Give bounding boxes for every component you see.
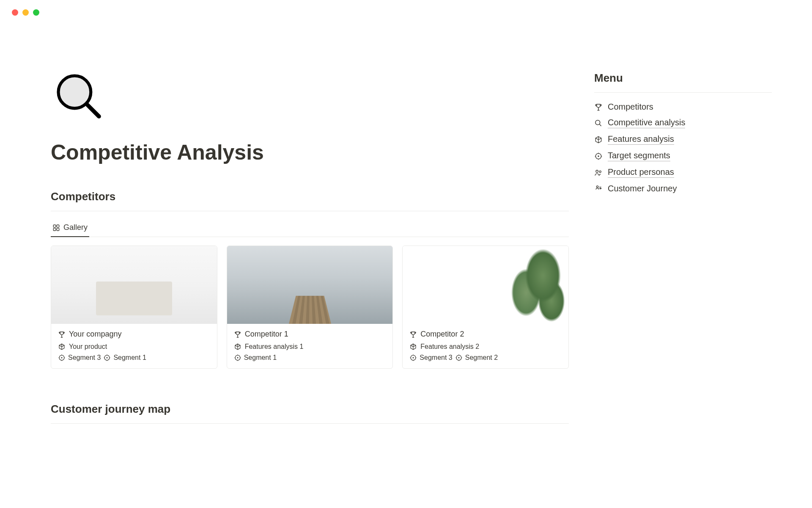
card-title: Competitor 2: [420, 330, 464, 339]
menu-item-customer-journey[interactable]: Customer Journey: [594, 184, 772, 193]
tab-label: Gallery: [63, 223, 88, 232]
menu-item-competitive-analysis[interactable]: Competitive analysis: [594, 118, 772, 128]
section-divider: [51, 423, 569, 424]
cube-icon: [594, 135, 603, 144]
window-close-icon[interactable]: [12, 9, 18, 16]
card-cover-image: [403, 246, 568, 324]
card-segment: Segment 2: [465, 354, 498, 362]
section-divider: [51, 211, 569, 211]
trophy-icon: [594, 103, 603, 111]
journey-icon: [594, 185, 603, 193]
gallery-card-your-company[interactable]: Your compagny Your product Segment 3: [51, 246, 217, 369]
window-maximize-icon[interactable]: [33, 9, 39, 16]
target-icon: [234, 354, 241, 362]
sidebar-menu: Menu CompetitorsCompetitive analysisFeat…: [594, 71, 772, 432]
card-segment: Segment 1: [244, 354, 277, 362]
gallery-card-competitor-1[interactable]: Competitor 1 Features analysis 1 Segment…: [227, 246, 393, 369]
page-icon[interactable]: [53, 71, 569, 123]
window-minimize-icon[interactable]: [22, 9, 29, 16]
card-segment: Segment 3: [420, 354, 452, 362]
cube-icon: [409, 343, 417, 351]
gallery-grid: Your compagny Your product Segment 3: [51, 246, 569, 369]
page-title: Competitive Analysis: [51, 140, 569, 165]
card-feature: Your product: [69, 343, 107, 351]
menu-item-product-personas[interactable]: Product personas: [594, 167, 772, 178]
magnifier-icon: [594, 119, 603, 127]
gallery-card-competitor-2[interactable]: Competitor 2 Features analysis 2 Segment…: [402, 246, 569, 369]
card-segment: Segment 1: [113, 354, 146, 362]
card-cover-image: [51, 246, 217, 324]
journey-heading: Customer journey map: [51, 403, 569, 416]
menu-item-features-analysis[interactable]: Features analysis: [594, 134, 772, 145]
menu-item-target-segments[interactable]: Target segments: [594, 151, 772, 161]
menu-item-label: Competitors: [608, 102, 653, 112]
card-segment: Segment 3: [68, 354, 101, 362]
card-title: Your compagny: [69, 330, 121, 339]
card-title: Competitor 1: [245, 330, 288, 339]
competitors-heading: Competitors: [51, 190, 569, 203]
trophy-icon: [234, 331, 241, 338]
people-icon: [594, 168, 603, 177]
card-feature: Features analysis 1: [245, 343, 304, 351]
target-icon: [103, 354, 111, 362]
target-icon: [455, 354, 463, 362]
trophy-icon: [58, 331, 66, 338]
menu-item-label: Customer Journey: [608, 184, 677, 193]
window-controls: [0, 0, 812, 16]
cube-icon: [234, 343, 241, 351]
menu-item-competitors[interactable]: Competitors: [594, 102, 772, 112]
menu-item-label: Features analysis: [608, 134, 674, 145]
main-content: Competitive Analysis Competitors Gallery…: [51, 71, 569, 432]
target-icon: [594, 152, 603, 160]
cube-icon: [58, 343, 66, 351]
menu-item-label: Product personas: [608, 167, 674, 178]
tab-gallery[interactable]: Gallery: [51, 220, 89, 237]
card-feature: Features analysis 2: [420, 343, 479, 351]
trophy-icon: [409, 331, 417, 338]
magnifier-icon: [53, 71, 104, 121]
card-cover-image: [227, 246, 393, 324]
menu-title: Menu: [594, 72, 772, 85]
target-icon: [409, 354, 417, 362]
gallery-icon: [52, 224, 60, 232]
view-tabs: Gallery: [51, 220, 569, 237]
menu-divider: [594, 92, 772, 93]
menu-item-label: Competitive analysis: [608, 118, 685, 128]
target-icon: [58, 354, 66, 362]
menu-item-label: Target segments: [608, 151, 670, 161]
svg-line-12: [87, 104, 99, 116]
